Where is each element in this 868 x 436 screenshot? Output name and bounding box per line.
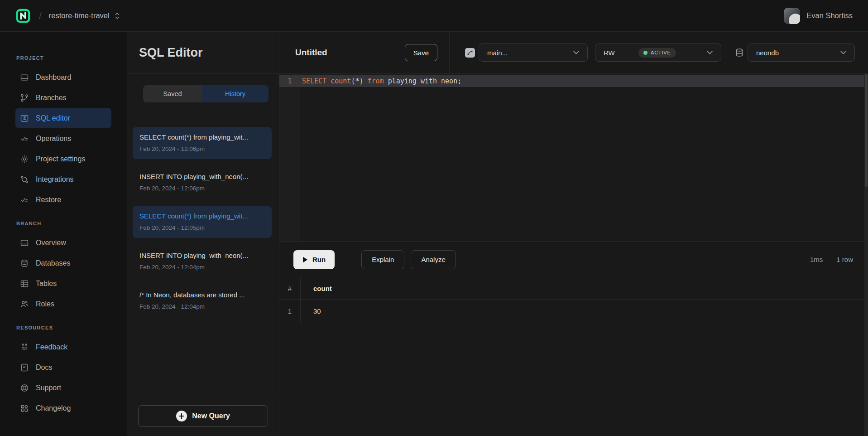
operations-icon xyxy=(20,134,29,143)
sql-editor-icon xyxy=(20,114,29,123)
sidebar-item-feedback[interactable]: Feedback xyxy=(15,337,111,357)
query-title: Untitled xyxy=(295,48,327,58)
editor-gutter xyxy=(279,74,300,241)
chevron-down-icon xyxy=(707,51,713,54)
vertical-scrollbar[interactable] xyxy=(864,74,868,436)
sidebar-item-roles[interactable]: Roles xyxy=(15,294,111,314)
neon-console: / restore-time-travel Evan Shortiss PROJ… xyxy=(0,0,868,436)
project-switcher-chevrons-icon[interactable] xyxy=(115,12,120,20)
history-item-selected[interactable]: SELECT count(*) from playing_wit... Feb … xyxy=(133,206,272,238)
tables-icon xyxy=(20,279,29,288)
row-index-cell: 1 xyxy=(279,300,301,323)
column-header-count: count xyxy=(301,277,332,299)
feedback-icon xyxy=(20,343,29,352)
save-button[interactable]: Save xyxy=(405,44,437,61)
saved-history-tabs: Saved History xyxy=(143,85,269,102)
sidebar-item-integrations[interactable]: Integrations xyxy=(15,169,111,189)
query-duration: 1ms xyxy=(810,256,823,263)
branch-icon xyxy=(465,48,475,58)
database-icon xyxy=(734,48,744,58)
chevron-down-icon xyxy=(840,51,846,54)
tab-history[interactable]: History xyxy=(202,85,269,102)
history-item[interactable]: /* In Neon, databases are stored ... Feb… xyxy=(133,285,272,317)
table-row[interactable]: 1 30 xyxy=(279,300,868,323)
support-icon xyxy=(20,383,29,392)
page-title: SQL Editor xyxy=(139,46,203,60)
status-badge: ACTIVE xyxy=(638,48,676,58)
results-table: # count 1 30 xyxy=(279,277,868,323)
sidebar-item-tables[interactable]: Tables xyxy=(15,273,111,294)
neon-logo-icon[interactable] xyxy=(15,8,31,24)
overview-icon xyxy=(20,238,29,247)
active-status-dot xyxy=(643,51,647,55)
editor-toolbar: Run Explain Analyze 1ms 1 row xyxy=(279,242,868,277)
sidebar-item-docs[interactable]: Docs xyxy=(15,357,111,378)
compute-select[interactable]: RW ACTIVE xyxy=(595,44,721,62)
results-header-row: # count xyxy=(279,277,868,300)
history-item[interactable]: INSERT INTO playing_with_neon(... Feb 20… xyxy=(133,166,272,199)
query-history-list: SELECT count(*) from playing_wit... Feb … xyxy=(127,114,279,396)
sidebar-item-restore[interactable]: Restore xyxy=(15,189,111,210)
dashboard-icon xyxy=(20,73,29,82)
scrollbar-thumb[interactable] xyxy=(865,74,868,187)
run-button[interactable]: Run xyxy=(293,250,335,269)
sidebar-item-operations[interactable]: Operations xyxy=(15,128,111,149)
code-editor[interactable]: 1 SELECT count(*) from playing_with_neon… xyxy=(279,74,868,242)
sidebar-item-changelog[interactable]: Changelog xyxy=(15,398,111,418)
sidebar-section-resources: RESOURCES xyxy=(16,325,127,330)
restore-icon xyxy=(20,195,29,204)
plus-icon xyxy=(176,411,187,421)
sql-editor-panel: SQL Editor Saved History SELECT count(*)… xyxy=(127,32,279,436)
docs-icon xyxy=(20,363,29,372)
branches-icon xyxy=(20,93,29,102)
play-icon xyxy=(302,257,308,263)
databases-icon xyxy=(20,259,29,268)
history-item[interactable]: SELECT count(*) from playing_wit... Feb … xyxy=(133,127,272,159)
sidebar-item-sql-editor[interactable]: SQL editor xyxy=(15,108,111,128)
sidebar-item-overview[interactable]: Overview xyxy=(15,233,111,253)
row-count: 1 row xyxy=(836,256,853,263)
breadcrumb-project[interactable]: restore-time-travel xyxy=(49,11,110,20)
analyze-button[interactable]: Analyze xyxy=(411,250,456,269)
changelog-icon xyxy=(20,404,29,413)
user-name[interactable]: Evan Shortiss xyxy=(806,11,853,20)
line-number: 1 xyxy=(279,75,300,87)
new-query-button[interactable]: New Query xyxy=(138,405,268,427)
sidebar-section-branch: BRANCH xyxy=(16,221,127,226)
integrations-icon xyxy=(20,175,29,184)
branch-select[interactable]: main... xyxy=(479,44,588,62)
sidebar-section-project: PROJECT xyxy=(16,55,127,61)
sidebar-item-databases[interactable]: Databases xyxy=(15,253,111,273)
main-area: Untitled Save main... RW xyxy=(279,32,868,436)
sidebar-item-branches[interactable]: Branches xyxy=(15,87,111,108)
column-header-index: # xyxy=(279,277,301,299)
database-select[interactable]: neondb xyxy=(748,44,855,62)
toolbar-divider xyxy=(348,254,348,266)
breadcrumb-separator: / xyxy=(39,10,42,21)
gear-icon xyxy=(20,155,29,164)
user-avatar[interactable] xyxy=(784,8,800,24)
sidebar-item-project-settings[interactable]: Project settings xyxy=(15,149,111,169)
sidebar-item-dashboard[interactable]: Dashboard xyxy=(15,67,111,87)
explain-button[interactable]: Explain xyxy=(361,250,404,269)
roles-icon xyxy=(20,300,29,309)
sidebar: PROJECT Dashboard Branches xyxy=(0,32,127,436)
history-item[interactable]: INSERT INTO playing_with_neon(... Feb 20… xyxy=(133,245,272,277)
sql-code-line: SELECT count(*) from playing_with_neon; xyxy=(302,75,461,87)
count-value-cell: 30 xyxy=(301,300,321,323)
tab-saved[interactable]: Saved xyxy=(143,85,202,102)
top-bar: / restore-time-travel Evan Shortiss xyxy=(0,0,868,32)
chevron-down-icon xyxy=(573,51,579,54)
sidebar-item-support[interactable]: Support xyxy=(15,378,111,398)
